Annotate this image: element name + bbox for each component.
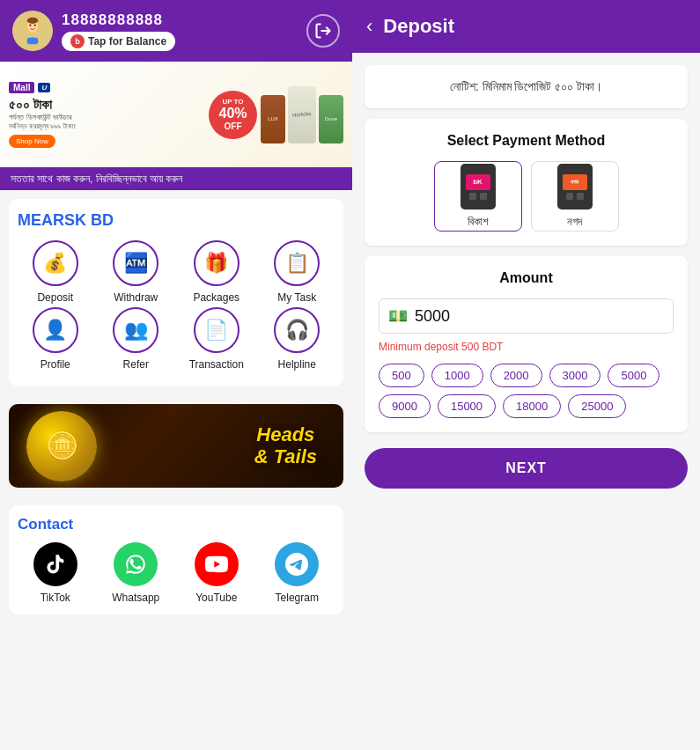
deposit-title: Deposit — [383, 15, 454, 38]
menu-item-helpline[interactable]: 🎧 Helpline — [260, 307, 335, 371]
min-notice: Minimum deposit 500 BDT — [379, 341, 674, 353]
logout-button[interactable] — [306, 14, 340, 48]
header-bar: 18888888888 b Tap for Balance — [0, 0, 352, 62]
bkash-label: বিকাশ — [468, 215, 489, 229]
product-2: Horlicks — [288, 86, 316, 143]
next-button[interactable]: NEXT — [365, 448, 688, 489]
discount-up: UP TO — [222, 98, 243, 106]
menu-icon-my task: 📋 — [274, 240, 320, 286]
product-1: LUX — [261, 95, 285, 143]
social-grid: TikTok Whatsapp YouTube Telegram — [18, 542, 335, 604]
menu-item-packages[interactable]: 🎁 Packages — [179, 240, 254, 304]
menu-item-profile[interactable]: 👤 Profile — [18, 307, 93, 371]
social-item-tiktok[interactable]: TikTok — [18, 542, 93, 604]
amount-input-row: 💵 — [379, 298, 674, 334]
right-panel: ‹ Deposit নোটিশ: মিনিমাম ডিপোজিট ৫০০ টাক… — [352, 0, 700, 750]
svg-point-5 — [27, 18, 39, 24]
quick-amount-2000[interactable]: 2000 — [490, 364, 542, 387]
quick-amount-3000[interactable]: 3000 — [549, 364, 601, 387]
game-banner[interactable]: 🪙 Heads & Tails — [9, 404, 343, 488]
menu-label-profile: Profile — [41, 358, 70, 371]
menu-item-refer[interactable]: 👥 Refer — [99, 307, 174, 371]
nagad-method[interactable]: নগদ নগদ — [531, 161, 619, 232]
menu-label-packages: Packages — [193, 291, 239, 304]
social-item-youtube[interactable]: YouTube — [179, 542, 254, 604]
balance-icon: b — [70, 34, 85, 48]
menu-item-deposit[interactable]: 💰 Deposit — [18, 240, 93, 304]
social-item-whatsapp[interactable]: Whatsapp — [99, 542, 174, 604]
menu-label-transaction: Transaction — [189, 358, 244, 371]
quick-amount-500[interactable]: 500 — [379, 364, 424, 387]
quick-amount-1000[interactable]: 1000 — [431, 364, 483, 387]
quick-amount-5000[interactable]: 5000 — [608, 364, 659, 387]
quick-amount-9000[interactable]: 9000 — [379, 394, 431, 418]
telegram-icon — [275, 542, 319, 586]
shop-now-button[interactable]: Shop Now — [9, 135, 55, 148]
menu-item-my task[interactable]: 📋 My Task — [260, 240, 335, 304]
menu-icon-withdraw: 🏧 — [113, 240, 158, 286]
avatar — [12, 11, 53, 51]
balance-button[interactable]: b Tap for Balance — [62, 32, 175, 51]
amount-input[interactable] — [415, 307, 664, 326]
social-label-tiktok: TikTok — [41, 592, 70, 604]
svg-rect-6 — [27, 38, 39, 44]
bkash-icon: bK — [461, 164, 496, 210]
menu-icon-refer: 👥 — [113, 307, 158, 353]
nagad-label: নগদ — [567, 215, 582, 229]
payment-methods: bK বিকাশ নগদ — [379, 161, 674, 232]
discount-badge: UP TO 40% OFF — [209, 91, 257, 139]
company-name: MEARSK BD — [18, 211, 335, 230]
menu-icon-packages: 🎁 — [194, 240, 239, 286]
mall-label: Mall — [9, 82, 34, 93]
banner-main-text: ৫০০ টাকা — [9, 97, 209, 113]
nagad-icon: নগদ — [557, 164, 593, 210]
social-label-telegram: Telegram — [276, 592, 319, 604]
menu-item-withdraw[interactable]: 🏧 Withdraw — [99, 240, 174, 304]
menu-item-transaction[interactable]: 📄 Transaction — [179, 307, 254, 371]
svg-point-3 — [29, 25, 31, 26]
unilever-label: U — [38, 83, 50, 92]
quick-amount-25000[interactable]: 25000 — [568, 394, 626, 418]
menu-icon-deposit: 💰 — [33, 240, 78, 286]
payment-box: Select Payment Method bK — [365, 119, 688, 246]
discount-off: OFF — [225, 121, 242, 131]
right-content: নোটিশ: মিনিমাম ডিপোজিট ৫০০ টাকা। Select … — [352, 53, 700, 445]
product-3: Dove — [319, 95, 343, 143]
banner-sub-text: পর্যন্ত ডিসকাউন্ট ভাউচার — [9, 113, 209, 122]
notice-box: নোটিশ: মিনিমাম ডিপোজিট ৫০০ টাকা। — [365, 65, 688, 108]
promo-banner: Mall U ৫০০ টাকা পর্যন্ত ডিসকাউন্ট ভাউচার… — [0, 62, 352, 167]
bkash-method[interactable]: bK বিকাশ — [434, 161, 522, 232]
contact-section: Contact TikTok Whatsapp YouTube Telegram — [9, 505, 343, 614]
menu-label-withdraw: Withdraw — [114, 291, 158, 304]
quick-amount-18000[interactable]: 18000 — [503, 394, 561, 418]
menu-label-helpline: Helpline — [278, 358, 316, 371]
quick-amounts: 50010002000300050009000150001800025000 — [379, 364, 674, 418]
whatsapp-icon — [114, 542, 158, 586]
amount-box: Amount 💵 Minimum deposit 500 BDT 5001000… — [365, 256, 688, 432]
menu-label-deposit: Deposit — [37, 291, 73, 304]
contact-title: Contact — [18, 516, 335, 533]
menu-icon-profile: 👤 — [33, 307, 78, 353]
social-label-youtube: YouTube — [195, 592, 237, 604]
menu-grid: 💰 Deposit 🏧 Withdraw 🎁 Packages 📋 My Tas… — [18, 240, 335, 304]
menu-grid-bottom: 👤 Profile 👥 Refer 📄 Transaction 🎧 Helpli… — [18, 307, 335, 371]
left-panel: 18888888888 b Tap for Balance Mall U ৫০০… — [0, 0, 352, 750]
menu-label-my task: My Task — [277, 291, 316, 304]
notice-text: নোটিশ: মিনিমাম ডিপোজিট ৫০০ টাকা। — [450, 79, 602, 93]
back-button[interactable]: ‹ — [366, 15, 372, 38]
main-card: MEARSK BD 💰 Deposit 🏧 Withdraw 🎁 Package… — [9, 199, 343, 386]
deposit-header: ‹ Deposit — [352, 0, 700, 53]
banner-logo: Mall U — [9, 82, 209, 93]
phone-number: 18888888888 — [62, 11, 298, 29]
social-label-whatsapp: Whatsapp — [112, 592, 159, 604]
header-info: 18888888888 b Tap for Balance — [62, 11, 298, 51]
banner-products: LUX Horlicks Dove — [261, 86, 343, 143]
menu-icon-transaction: 📄 — [194, 307, 239, 353]
menu-label-refer: Refer — [123, 358, 149, 371]
balance-label: Tap for Balance — [88, 35, 166, 48]
money-icon: 💵 — [388, 306, 408, 326]
quick-amount-15000[interactable]: 15000 — [438, 394, 496, 418]
banner-content: Mall U ৫০০ টাকা পর্যন্ত ডিসকাউন্ট ভাউচার… — [9, 82, 209, 148]
social-item-telegram[interactable]: Telegram — [260, 542, 335, 604]
coin-image: 🪙 — [26, 411, 97, 482]
